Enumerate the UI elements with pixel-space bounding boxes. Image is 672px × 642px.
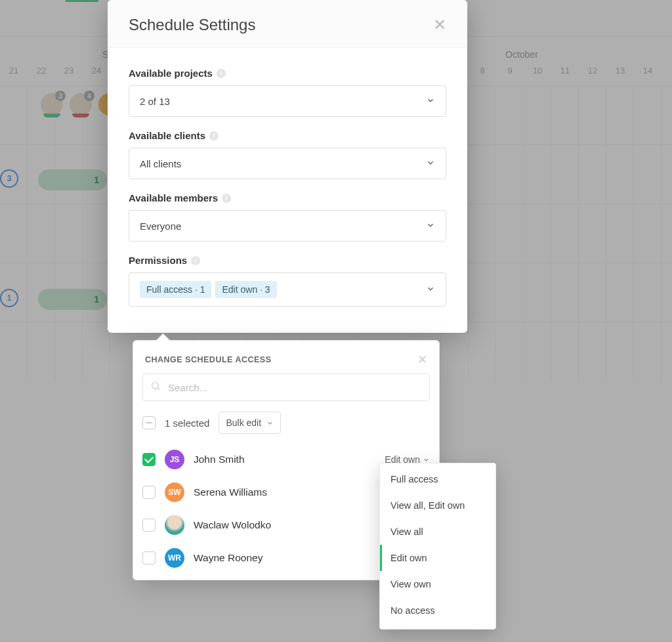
avatar xyxy=(165,515,184,535)
svg-line-1 xyxy=(158,388,159,390)
chevron-down-icon xyxy=(426,96,435,107)
info-icon[interactable]: i xyxy=(217,69,226,78)
info-icon[interactable]: i xyxy=(191,256,200,265)
avatar: JS xyxy=(165,450,184,469)
chevron-down-icon xyxy=(426,284,435,295)
close-icon[interactable]: ✕ xyxy=(417,353,427,367)
dropdown-item-active[interactable]: Edit own xyxy=(380,545,495,571)
dropdown-item[interactable]: View all xyxy=(380,519,495,545)
svg-point-0 xyxy=(152,383,158,389)
permissions-label: Permissions xyxy=(129,255,187,266)
dropdown-item[interactable]: No access xyxy=(380,597,495,624)
member-checkbox[interactable] xyxy=(142,486,156,499)
member-name: Waclaw Wolodko xyxy=(194,519,271,531)
info-icon[interactable]: i xyxy=(222,194,231,203)
bulk-edit-select[interactable]: Bulk edit xyxy=(219,412,281,434)
avatar: WR xyxy=(165,548,184,568)
member-name: Wayne Rooney xyxy=(194,552,262,564)
popover-title: CHANGE SCHEDULE ACCESS xyxy=(145,355,272,364)
member-checkbox[interactable] xyxy=(142,519,156,532)
members-select[interactable]: Everyone xyxy=(129,210,446,242)
permissions-select[interactable]: Full access · 1 Edit own · 3 xyxy=(129,272,446,307)
member-name: John Smith xyxy=(194,454,245,465)
member-checkbox[interactable] xyxy=(142,551,156,565)
info-icon[interactable]: i xyxy=(209,131,219,140)
clients-select[interactable]: All clients xyxy=(129,148,446,179)
search-input[interactable] xyxy=(142,374,430,401)
modal-title: Schedule Settings xyxy=(129,16,255,34)
chevron-down-icon xyxy=(266,419,274,427)
selected-count: 1 selected xyxy=(165,417,209,429)
chevron-down-icon xyxy=(423,456,430,463)
dropdown-item[interactable]: View all, Edit own xyxy=(380,492,495,519)
select-all-checkbox[interactable] xyxy=(142,416,156,429)
permission-chip: Edit own · 3 xyxy=(215,281,276,298)
permission-dropdown: Full access View all, Edit own View all … xyxy=(379,463,496,630)
members-label: Available members xyxy=(129,192,218,203)
close-icon[interactable]: ✕ xyxy=(433,17,446,33)
projects-select[interactable]: 2 of 13 xyxy=(129,85,446,117)
avatar: SW xyxy=(165,482,184,502)
member-name: Serena Williams xyxy=(194,486,267,498)
chevron-down-icon xyxy=(426,158,435,169)
projects-label: Available projects xyxy=(129,68,213,79)
dropdown-item[interactable]: View own xyxy=(380,571,495,597)
chevron-down-icon xyxy=(426,221,435,232)
dropdown-item[interactable]: Full access xyxy=(380,466,495,492)
schedule-settings-modal: Schedule Settings ✕ Available projects i… xyxy=(108,0,467,333)
member-checkbox[interactable] xyxy=(142,453,156,466)
permission-chip: Full access · 1 xyxy=(140,281,211,298)
search-icon xyxy=(150,381,161,394)
clients-label: Available clients xyxy=(129,130,205,141)
